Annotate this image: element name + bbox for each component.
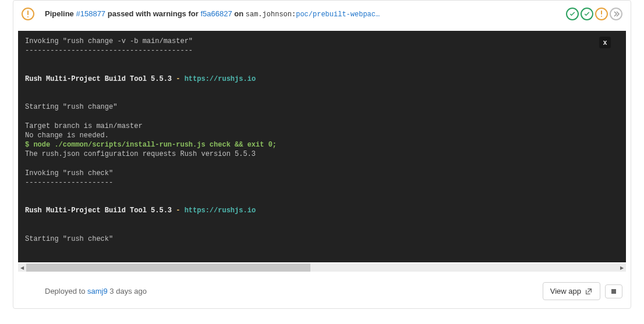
- commit-sha-link[interactable]: f5a66827: [200, 9, 232, 18]
- pipeline-id-link[interactable]: #158877: [76, 9, 105, 18]
- scroll-right-arrow-icon[interactable]: ▶: [618, 264, 626, 272]
- log-line: -: [172, 75, 185, 83]
- time-ago: 3 days ago: [109, 287, 147, 295]
- log-line: Rush Multi-Project Build Tool 5.5.3: [25, 206, 172, 215]
- svg-rect-2: [601, 10, 602, 15]
- close-log-button[interactable]: x: [599, 37, 611, 48]
- log-line: ---------------------: [25, 179, 113, 187]
- log-line: -: [172, 206, 185, 215]
- log-line: Starting "rush change": [25, 103, 117, 111]
- log-line: Rush Multi-Project Build Tool 5.5.3: [25, 75, 172, 83]
- svg-rect-1: [27, 16, 29, 17]
- log-line: The rush.json configuration requests Rus…: [25, 150, 256, 158]
- log-line: https://rushjs.io: [185, 206, 256, 215]
- pipeline-header: Pipeline #158877 passed with warnings fo…: [13, 1, 631, 31]
- job-log-terminal[interactable]: Invoking "rush change -v -b main/master"…: [18, 31, 626, 262]
- stage-passed-icon[interactable]: [581, 8, 593, 20]
- deployment-text: Deployed to samj9 3 days ago: [45, 287, 543, 295]
- deployed-label: Deployed to: [45, 287, 85, 295]
- horizontal-scrollbar[interactable]: ◀ ▶: [18, 264, 626, 272]
- log-line: ----------------------------------------: [25, 47, 193, 55]
- ref-user: sam.johnson: [246, 10, 292, 19]
- branch-link[interactable]: poc/prebuilt-webpac…: [296, 10, 380, 19]
- stop-icon: [611, 289, 616, 294]
- log-line: Invoking "rush change -v -b main/master": [25, 37, 193, 45]
- stage-warning-icon[interactable]: [595, 8, 608, 20]
- env-link[interactable]: samj9: [87, 287, 108, 295]
- deployment-actions: View app: [543, 282, 622, 300]
- stage-status-icons: [566, 8, 622, 20]
- log-line: Starting "rush check": [25, 235, 113, 243]
- warning-icon: [22, 8, 34, 20]
- log-line: Invoking "rush check": [25, 169, 113, 177]
- close-icon: x: [603, 38, 607, 47]
- stage-passed-icon[interactable]: [566, 8, 579, 20]
- external-link-icon: [585, 287, 593, 295]
- view-app-button[interactable]: View app: [543, 282, 600, 300]
- log-line: $ node ./common/scripts/install-run-rush…: [25, 141, 277, 149]
- scroll-left-arrow-icon[interactable]: ◀: [18, 264, 26, 272]
- stage-more-icon[interactable]: [610, 8, 622, 20]
- svg-rect-3: [601, 16, 602, 17]
- log-line: Target branch is main/master: [25, 122, 143, 130]
- log-line: No change is needed.: [25, 131, 109, 140]
- scrollbar-thumb[interactable]: [26, 264, 310, 272]
- pipeline-label: Pipeline: [45, 9, 74, 18]
- view-app-label: View app: [550, 287, 581, 295]
- on-text: on: [234, 9, 243, 18]
- deployment-footer: Deployed to samj9 3 days ago View app: [13, 272, 631, 308]
- pipeline-status-text: passed with warnings for: [108, 9, 199, 18]
- log-line: https://rushjs.io: [185, 75, 256, 83]
- pipeline-summary: Pipeline #158877 passed with warnings fo…: [45, 9, 566, 19]
- pipeline-widget: Pipeline #158877 passed with warnings fo…: [13, 0, 631, 309]
- stop-button[interactable]: [605, 284, 622, 298]
- scrollbar-track[interactable]: [26, 264, 618, 272]
- svg-rect-0: [27, 10, 29, 15]
- terminal-wrapper: Invoking "rush change -v -b main/master"…: [18, 31, 626, 262]
